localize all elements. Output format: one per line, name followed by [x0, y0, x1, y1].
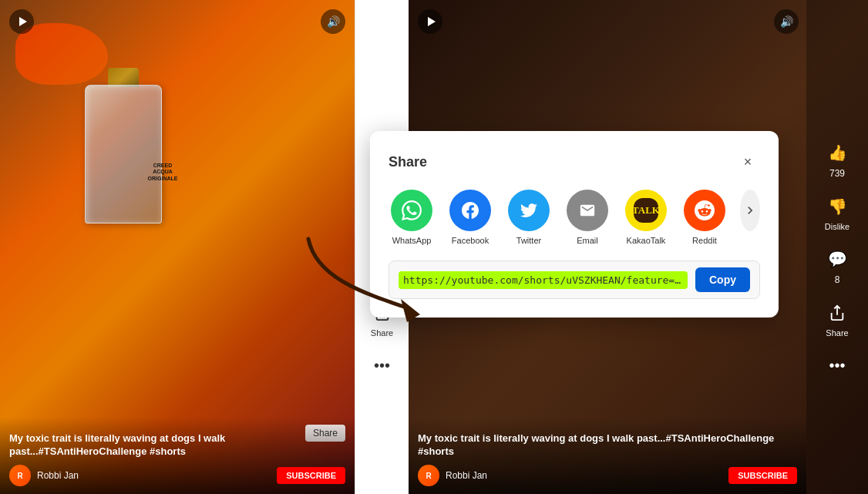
platform-twitter[interactable]: Twitter: [506, 190, 552, 245]
right-comment-action[interactable]: 💬 8: [823, 245, 851, 285]
video-controls-top: 🔊: [9, 9, 345, 34]
platform-facebook[interactable]: Facebook: [447, 190, 493, 245]
facebook-label: Facebook: [452, 236, 489, 245]
twitter-icon: [508, 190, 550, 231]
kakaotalk-label: KakaoTalk: [627, 236, 666, 245]
right-play-button[interactable]: [418, 9, 442, 34]
modal-header: Share ×: [389, 150, 760, 174]
platform-whatsapp[interactable]: WhatsApp: [389, 190, 435, 245]
right-play-icon: [428, 17, 436, 26]
volume-icon: 🔊: [327, 15, 340, 28]
right-video-controls-top: 🔊: [418, 9, 799, 34]
right-share-label: Share: [826, 328, 848, 338]
right-video-bottom-info: My toxic trait is literally waving at do…: [409, 417, 806, 494]
right-video-title: My toxic trait is literally waving at do…: [418, 432, 797, 459]
right-channel-name: Robbi Jan: [446, 470, 487, 481]
right-like-icon: 👍: [823, 139, 851, 166]
right-dislike-icon: 👎: [823, 193, 851, 220]
right-share-icon: [823, 299, 851, 327]
right-subscribe-button[interactable]: SUBSCRIBE: [728, 467, 797, 484]
reddit-icon: [684, 190, 725, 231]
more-action[interactable]: •••: [368, 351, 396, 379]
right-channel-row: R Robbi Jan SUBSCRIBE: [418, 465, 797, 486]
left-video-panel: CREEDACQUAORIGINALE 🔊 Share My toxic tra…: [0, 0, 355, 494]
more-icon: •••: [368, 351, 396, 379]
right-more-action[interactable]: •••: [823, 351, 851, 379]
right-comment-icon: 💬: [823, 245, 851, 273]
right-dislike-action[interactable]: 👎 Dislike: [823, 193, 851, 231]
right-panel-sidebar: 👍 739 👎 Dislike 💬 8 Share •••: [806, 0, 868, 494]
right-share-action[interactable]: Share: [823, 299, 851, 338]
url-row: https://youtube.com/shorts/uVSZKHEAN/fea…: [389, 260, 760, 299]
right-dislike-label: Dislike: [825, 222, 849, 231]
platform-email[interactable]: Email: [564, 190, 611, 245]
whatsapp-label: WhatsApp: [392, 236, 432, 245]
right-channel-avatar: R: [418, 465, 439, 486]
email-icon: [567, 190, 608, 231]
right-more-icon: •••: [823, 351, 851, 379]
modal-title: Share: [389, 154, 427, 170]
copy-button[interactable]: Copy: [695, 267, 750, 292]
video-bottom-info: My toxic trait is literally waving at do…: [0, 417, 355, 494]
right-like-action[interactable]: 👍 739: [823, 139, 851, 179]
subscribe-button[interactable]: SUBSCRIBE: [277, 467, 345, 484]
reddit-label: Reddit: [692, 236, 717, 245]
share-platforms: WhatsApp Facebook Twitter: [389, 190, 760, 245]
close-button[interactable]: ×: [735, 150, 760, 174]
right-volume-button[interactable]: 🔊: [774, 9, 799, 34]
channel-avatar: R: [9, 465, 31, 486]
right-like-count: 739: [829, 168, 845, 179]
platform-reddit[interactable]: Reddit: [681, 190, 728, 245]
url-text[interactable]: https://youtube.com/shorts/uVSZKHEAN/fea…: [399, 271, 688, 289]
share-label: Share: [371, 328, 393, 338]
platform-kakaotalk[interactable]: TALK KakaoTalk: [623, 190, 669, 245]
video-title: My toxic trait is literally waving at do…: [9, 432, 345, 459]
more-platforms-button[interactable]: [740, 190, 760, 231]
channel-row: R Robbi Jan SUBSCRIBE: [9, 465, 345, 486]
channel-name: Robbi Jan: [37, 470, 79, 481]
kakaotalk-icon: TALK: [625, 190, 667, 231]
play-button[interactable]: [9, 9, 34, 34]
play-icon: [19, 17, 27, 26]
share-modal: Share × WhatsApp Facebook: [370, 131, 779, 318]
twitter-label: Twitter: [516, 236, 541, 245]
facebook-icon: [449, 190, 491, 231]
whatsapp-icon: [391, 190, 432, 231]
volume-button[interactable]: 🔊: [321, 9, 345, 34]
email-label: Email: [577, 236, 598, 245]
right-comment-count: 8: [835, 274, 840, 285]
